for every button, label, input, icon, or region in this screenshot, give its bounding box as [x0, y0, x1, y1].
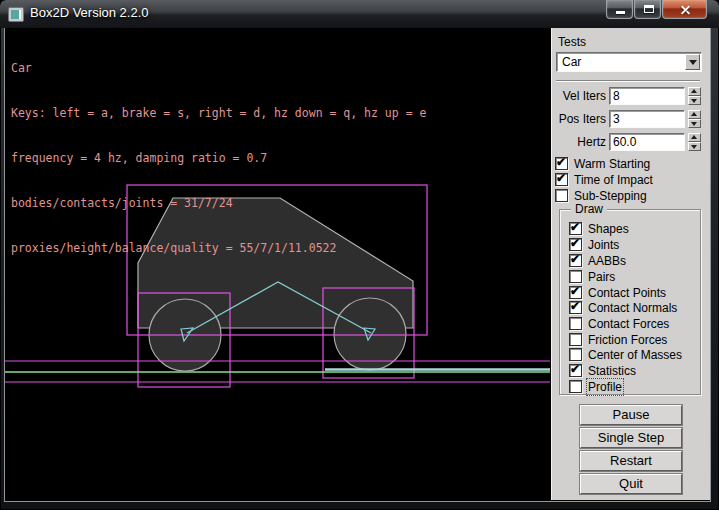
box2d-window: Box2D Version 2.2.0 Car Keys: left = a, … — [0, 0, 719, 510]
tests-label: Tests — [558, 35, 586, 49]
restart-button[interactable]: Restart — [580, 451, 682, 471]
checkbox-box[interactable]: ✔ — [569, 380, 582, 393]
single-step-button[interactable]: Single Step — [580, 428, 682, 448]
hertz-input[interactable] — [609, 133, 685, 151]
checkbox-box[interactable]: ✔ — [569, 222, 582, 235]
check-icon: ✔ — [570, 252, 580, 266]
arrow-down-icon — [691, 99, 697, 103]
hertz-label: Hertz — [552, 135, 606, 149]
stats-line: Car — [11, 61, 426, 76]
arrow-up-icon — [691, 89, 697, 93]
vel-iters-down-button[interactable] — [688, 96, 701, 105]
hertz-up-button[interactable] — [688, 133, 701, 142]
draw-group-label: Draw — [571, 202, 607, 216]
maximize-icon — [644, 5, 654, 13]
check-icon: ✔ — [570, 362, 580, 376]
checkbox-box[interactable]: ✔ — [569, 301, 582, 314]
hertz-stepper — [688, 133, 701, 151]
check-icon: ✔ — [556, 171, 566, 185]
hertz-down-button[interactable] — [688, 142, 701, 151]
panel-separator — [556, 80, 700, 82]
close-button[interactable] — [662, 0, 707, 19]
checkbox-box[interactable]: ✔ — [569, 286, 582, 299]
tests-dropdown-value: Car — [562, 55, 581, 69]
quit-button[interactable]: Quit — [580, 474, 682, 494]
check-icon: ✔ — [570, 299, 580, 313]
app-icon — [8, 7, 24, 22]
titlebar[interactable]: Box2D Version 2.2.0 — [0, 0, 719, 28]
pos-iters-label: Pos Iters — [552, 112, 606, 126]
close-icon — [680, 4, 691, 15]
check-icon: ✔ — [556, 155, 566, 169]
maximize-button[interactable] — [634, 0, 661, 19]
stats-line: frequency = 4 hz, damping ratio = 0.7 — [11, 151, 426, 166]
checkbox-box[interactable]: ✔ — [569, 270, 582, 283]
stats-line: proxies/height/balance/quality = 55/7/1/… — [11, 241, 426, 256]
check-icon: ✔ — [570, 284, 580, 298]
stats-line: Keys: left = a, brake = s, right = d, hz… — [11, 106, 426, 121]
arrow-down-icon — [691, 145, 697, 149]
vel-iters-stepper — [688, 87, 701, 105]
chevron-down-icon — [689, 60, 697, 65]
dropdown-arrow-button[interactable] — [685, 54, 700, 70]
checkbox-box[interactable]: ✔ — [569, 238, 582, 251]
vel-iters-up-button[interactable] — [688, 87, 701, 96]
checkbox-box[interactable]: ✔ — [555, 189, 568, 202]
checkbox-box[interactable]: ✔ — [569, 364, 582, 377]
checkbox-box[interactable]: ✔ — [555, 157, 568, 170]
client-area: Car Keys: left = a, brake = s, right = d… — [4, 28, 711, 502]
pause-button[interactable]: Pause — [580, 405, 682, 425]
control-panel: Tests Car Vel Iters Pos Iters — [551, 28, 710, 500]
checkbox-box[interactable]: ✔ — [555, 173, 568, 186]
checkbox-box[interactable]: ✔ — [569, 317, 582, 330]
minimize-icon — [616, 11, 625, 14]
arrow-up-icon — [691, 135, 697, 139]
checkbox-box[interactable]: ✔ — [569, 333, 582, 346]
arrow-down-icon — [691, 122, 697, 126]
window-title: Box2D Version 2.2.0 — [30, 0, 149, 26]
tests-dropdown[interactable]: Car — [556, 52, 702, 72]
minimize-button[interactable] — [606, 0, 633, 19]
stats-line: bodies/contacts/joints = 31/7/24 — [11, 196, 426, 211]
check-icon: ✔ — [570, 236, 580, 250]
simulation-canvas[interactable]: Car Keys: left = a, brake = s, right = d… — [5, 28, 550, 500]
pos-iters-stepper — [688, 110, 701, 128]
stats-text: Car Keys: left = a, brake = s, right = d… — [11, 31, 426, 286]
vel-iters-input[interactable] — [609, 87, 685, 105]
pos-iters-input[interactable] — [609, 110, 685, 128]
arrow-up-icon — [691, 112, 697, 116]
checkbox-box[interactable]: ✔ — [569, 254, 582, 267]
vel-iters-label: Vel Iters — [552, 89, 606, 103]
check-icon: ✔ — [570, 220, 580, 234]
right-wheel — [334, 298, 406, 370]
checkbox-box[interactable]: ✔ — [569, 348, 582, 361]
pos-iters-up-button[interactable] — [688, 110, 701, 119]
pos-iters-down-button[interactable] — [688, 119, 701, 128]
